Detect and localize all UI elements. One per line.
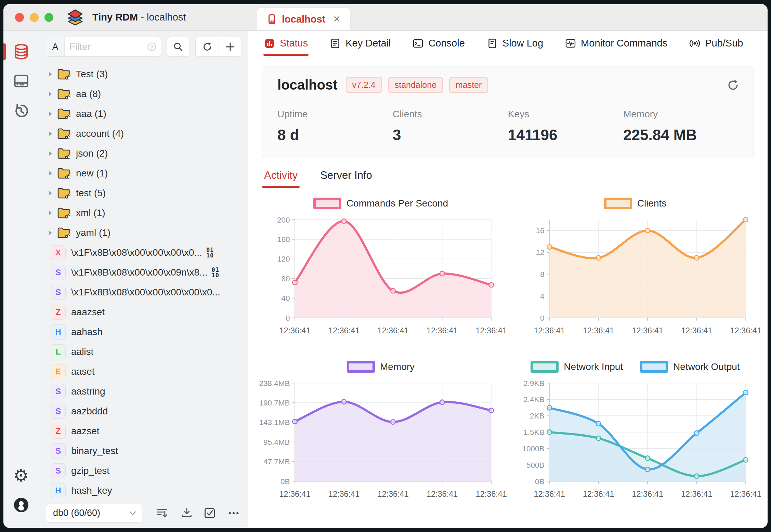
github-icon	[12, 496, 30, 514]
tree-key-row[interactable]: Zaazset	[39, 421, 248, 441]
connection-tab-localhost[interactable]: localhost ✕	[257, 8, 350, 30]
tree-folder-row[interactable]: yaml (1)	[39, 223, 248, 243]
svg-text:190.7MB: 190.7MB	[259, 398, 290, 407]
folder-key-icon	[57, 88, 71, 101]
legend-swatch	[604, 198, 632, 209]
tree-folder-row[interactable]: test (5)	[39, 183, 248, 203]
expand-chevron-icon[interactable]	[46, 91, 55, 97]
tree-key-row[interactable]: Zaaazset	[39, 302, 248, 322]
close-window-button[interactable]	[15, 13, 24, 22]
binary-format-icon: 0110	[211, 267, 219, 278]
zoom-window-button[interactable]	[44, 13, 53, 22]
svg-text:12:36:41: 12:36:41	[279, 489, 310, 498]
pub-sub-icon	[689, 38, 700, 49]
rail-item-settings[interactable]: ⚙	[3, 461, 39, 490]
tree-key-row[interactable]: S\x1F\x8B\x08\x00\x00\x09n\x8...0110	[39, 263, 248, 282]
tree-key-row[interactable]: Sbinary_test	[39, 441, 248, 461]
svg-text:1.5KB: 1.5KB	[523, 428, 544, 437]
svg-text:200: 200	[277, 216, 290, 224]
tab-server-info[interactable]: Server Info	[320, 169, 372, 188]
svg-text:?: ?	[150, 44, 153, 50]
folder-key-icon	[57, 68, 71, 81]
tree-folder-row[interactable]: json (2)	[39, 144, 248, 163]
rail-item-browser[interactable]	[3, 37, 39, 66]
minimize-window-button[interactable]	[30, 13, 39, 22]
svg-text:12:36:41: 12:36:41	[427, 326, 458, 335]
tree-key-row[interactable]: Laalist	[39, 342, 248, 362]
tree-folder-row[interactable]: account (4)	[39, 124, 248, 144]
filter-help-icon: ?	[147, 42, 157, 52]
reload-keys-button[interactable]	[196, 37, 219, 56]
rail-item-github[interactable]	[3, 490, 39, 520]
key-type-badge: L	[51, 344, 66, 359]
tab-label: Slow Log	[502, 38, 543, 49]
expand-chevron-icon[interactable]	[46, 230, 55, 236]
tree-key-row[interactable]: X\x1F\x8B\x08\x00\x00\x00\x0...0110	[39, 243, 248, 263]
close-tab-icon[interactable]: ✕	[333, 15, 341, 24]
svg-text:95.4MB: 95.4MB	[263, 438, 290, 446]
tree-key-row[interactable]: Saazbddd	[39, 401, 248, 421]
svg-text:0B: 0B	[280, 477, 290, 486]
legend-item-commands-per-second[interactable]: Commands Per Second	[313, 198, 448, 209]
tab-console[interactable]: Console	[413, 31, 465, 56]
tree-folder-row[interactable]: aaa (1)	[39, 104, 248, 124]
server-status-card: localhost v7.2.4standalonemaster Uptime8…	[262, 65, 754, 158]
expand-chevron-icon[interactable]	[46, 131, 55, 137]
expand-chevron-icon[interactable]	[46, 71, 55, 77]
expand-chevron-icon[interactable]	[46, 210, 55, 216]
svg-text:12:36:41: 12:36:41	[534, 489, 565, 498]
expand-chevron-icon[interactable]	[46, 150, 55, 157]
tab-slow-log[interactable]: Slow Log	[487, 31, 543, 56]
legend-item-clients[interactable]: Clients	[604, 198, 667, 209]
import-keys-button[interactable]	[181, 507, 193, 519]
tree-folder-row[interactable]: aa (8)	[39, 84, 248, 104]
tree-key-row[interactable]: S\x1F\x8B\x08\x00\x00\x00\x00\x0...	[39, 282, 248, 302]
svg-text:12:36:41: 12:36:41	[279, 326, 310, 335]
rail-item-history[interactable]	[3, 96, 39, 125]
svg-text:12:36:41: 12:36:41	[632, 326, 663, 335]
expand-chevron-icon[interactable]	[46, 111, 55, 117]
tab-status[interactable]: Status	[264, 31, 308, 56]
refresh-icon	[726, 78, 740, 92]
server-nav-tabs: StatusKey DetailConsoleSlow LogMonitor C…	[248, 31, 768, 56]
key-type-badge: X	[51, 245, 66, 260]
tab-pub-sub[interactable]: Pub/Sub	[689, 31, 743, 56]
chart-canvas-network: 0B500B1000B1.5KB2KB2.4KB2.9KB12:36:4112:…	[518, 375, 753, 505]
folder-label: yaml (1)	[76, 227, 110, 238]
search-button[interactable]	[167, 37, 190, 57]
tree-key-row[interactable]: Haahash	[39, 322, 248, 342]
chart-legend: Clients	[518, 195, 753, 212]
more-actions-button[interactable]	[227, 507, 240, 519]
database-select[interactable]: db0 (60/60)	[46, 504, 142, 523]
legend-item-memory[interactable]: Memory	[347, 361, 415, 373]
key-label: aahash	[71, 327, 103, 337]
legend-item-network-output[interactable]: Network Output	[640, 361, 740, 373]
stat-value: 8 d	[277, 127, 393, 144]
expand-chevron-icon[interactable]	[46, 190, 55, 196]
tree-folder-row[interactable]: Test (3)	[39, 64, 248, 84]
tab-key-detail[interactable]: Key Detail	[330, 31, 391, 56]
svg-text:47.7MB: 47.7MB	[263, 457, 290, 466]
tree-key-row[interactable]: Hhash_key	[39, 481, 248, 498]
tab-monitor-commands[interactable]: Monitor Commands	[565, 31, 667, 56]
tree-key-row[interactable]: Saastring	[39, 382, 248, 401]
tab-activity[interactable]: Activity	[264, 169, 298, 188]
folder-label: aa (8)	[76, 89, 101, 99]
plus-icon	[225, 41, 236, 52]
load-more-button[interactable]	[156, 507, 168, 519]
tree-folder-row[interactable]: new (1)	[39, 163, 248, 183]
tree-key-row[interactable]: Eaaset	[39, 362, 248, 382]
add-key-button[interactable]	[219, 37, 241, 56]
filter-input[interactable]	[65, 41, 147, 52]
svg-text:0: 0	[540, 314, 545, 322]
legend-item-network-input[interactable]: Network Input	[531, 361, 623, 373]
svg-text:0B: 0B	[535, 477, 545, 486]
tree-folder-row[interactable]: xml (1)	[39, 203, 248, 223]
refresh-status-button[interactable]	[726, 78, 741, 93]
expand-chevron-icon[interactable]	[46, 170, 55, 176]
legend-swatch	[313, 198, 341, 209]
checkbox-mode-button[interactable]	[204, 507, 216, 519]
filter-mode-toggle[interactable]: A	[46, 37, 65, 56]
rail-item-server[interactable]	[3, 66, 39, 96]
tree-key-row[interactable]: Sgzip_test	[39, 461, 248, 481]
